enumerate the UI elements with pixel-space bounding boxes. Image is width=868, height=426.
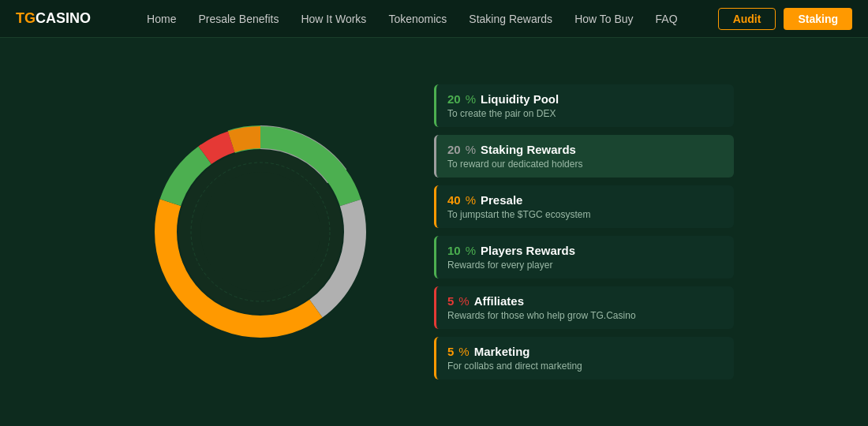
legend-pct-symbol-presale: %	[466, 193, 476, 207]
legend-item-presale-header: 40 % Presale	[447, 193, 723, 207]
legend-title-presale: Presale	[481, 193, 522, 207]
legend-item-marketing-header: 5 % Marketing	[447, 345, 723, 358]
nav-how-to-buy[interactable]: How To Buy	[574, 13, 633, 25]
legend-pct-symbol-liquidity: %	[466, 92, 476, 106]
nav-buttons: Audit Staking	[718, 8, 852, 30]
legend-pct-players: 10	[447, 244, 461, 257]
legend-desc-liquidity: To create the pair on DEX	[447, 108, 723, 119]
legend-item-players[interactable]: 10 % Players Rewards Rewards for every p…	[434, 236, 734, 278]
nav-presale-benefits[interactable]: Presale Benefits	[198, 13, 279, 25]
legend-desc-players: Rewards for every player	[447, 260, 723, 271]
logo-tg: TG	[16, 10, 36, 27]
legend-desc-presale: To jumpstart the $TGC ecosystem	[447, 209, 723, 220]
svg-point-6	[200, 172, 320, 292]
legend-item-affiliates-header: 5 % Affiliates	[447, 294, 723, 308]
legend-item-presale[interactable]: 40 % Presale To jumpstart the $TGC ecosy…	[434, 185, 734, 228]
nav-how-it-works[interactable]: How It Works	[301, 13, 366, 25]
legend-pct-liquidity: 20	[447, 92, 461, 106]
legend-title-staking: Staking Rewards	[481, 143, 576, 156]
legend-pct-staking: 20	[447, 143, 461, 156]
legend-pct-affiliates: 5	[447, 294, 454, 308]
legend-item-players-header: 10 % Players Rewards	[447, 244, 723, 257]
legend-pct-presale: 40	[447, 193, 461, 207]
legend-title-marketing: Marketing	[474, 345, 530, 358]
main-content: 20 % Liquidity Pool To create the pair o…	[0, 38, 868, 426]
legend-pct-symbol-staking: %	[466, 143, 476, 156]
legend: 20 % Liquidity Pool To create the pair o…	[434, 84, 734, 379]
nav-home[interactable]: Home	[147, 13, 176, 25]
logo: TGCASINO	[16, 10, 91, 27]
legend-desc-staking: To reward our dedicated holders	[447, 159, 723, 170]
legend-title-liquidity: Liquidity Pool	[481, 92, 559, 106]
legend-item-staking[interactable]: 20 % Staking Rewards To reward our dedic…	[434, 135, 734, 178]
legend-pct-symbol-players: %	[466, 244, 476, 257]
staking-button[interactable]: Staking	[784, 8, 852, 30]
legend-item-liquidity-header: 20 % Liquidity Pool	[447, 92, 723, 106]
nav-links: Home Presale Benefits How It Works Token…	[114, 13, 710, 25]
legend-desc-affiliates: Rewards for those who help grow TG.Casin…	[447, 310, 723, 321]
donut-chart-svg	[134, 106, 387, 358]
nav-staking-rewards[interactable]: Staking Rewards	[469, 13, 552, 25]
legend-title-players: Players Rewards	[481, 244, 575, 257]
legend-item-marketing[interactable]: 5 % Marketing For collabs and direct mar…	[434, 337, 734, 379]
donut-chart-container	[134, 106, 387, 358]
legend-title-affiliates: Affiliates	[474, 294, 524, 308]
legend-pct-symbol-affiliates: %	[458, 294, 469, 308]
audit-button[interactable]: Audit	[718, 8, 776, 30]
legend-pct-marketing: 5	[447, 345, 454, 358]
legend-pct-symbol-marketing: %	[458, 345, 469, 358]
nav-tokenomics[interactable]: Tokenomics	[388, 13, 447, 25]
navigation: TGCASINO Home Presale Benefits How It Wo…	[0, 0, 868, 38]
legend-item-staking-header: 20 % Staking Rewards	[447, 143, 723, 156]
nav-faq[interactable]: FAQ	[656, 13, 678, 25]
legend-desc-marketing: For collabs and direct marketing	[447, 361, 723, 372]
legend-item-affiliates[interactable]: 5 % Affiliates Rewards for those who hel…	[434, 286, 734, 329]
logo-casino: CASINO	[36, 10, 91, 27]
legend-item-liquidity[interactable]: 20 % Liquidity Pool To create the pair o…	[434, 84, 734, 127]
